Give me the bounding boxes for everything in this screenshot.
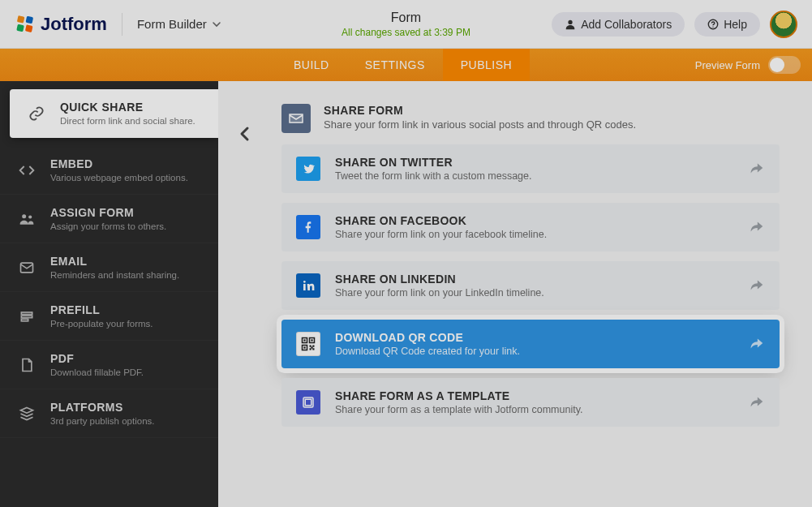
- svg-rect-3: [25, 24, 33, 32]
- facebook-icon: [296, 215, 320, 239]
- twitter-icon: [296, 157, 320, 181]
- linkedin-icon: [296, 273, 320, 298]
- share-arrow-icon: [747, 218, 765, 236]
- back-button[interactable]: [231, 120, 259, 148]
- svg-rect-26: [311, 346, 312, 348]
- form-builder-dropdown[interactable]: Form Builder: [137, 17, 221, 31]
- share-card-template[interactable]: SHARE FORM AS A TEMPLATEShare your form …: [281, 378, 780, 427]
- add-collaborators-button[interactable]: Add Collaborators: [552, 12, 685, 37]
- tab-build[interactable]: BUILD: [276, 49, 347, 81]
- people-icon: [18, 210, 36, 228]
- sidebar-item-subtitle: Download fillable PDF.: [50, 367, 204, 377]
- share-card-subtitle: Share your form link on your facebook ti…: [335, 229, 547, 240]
- sidebar-item-subtitle: Reminders and instant sharing.: [50, 270, 204, 280]
- form-title[interactable]: Form: [342, 11, 470, 25]
- svg-rect-11: [21, 316, 32, 318]
- svg-rect-13: [290, 114, 303, 123]
- svg-rect-19: [311, 339, 312, 341]
- sidebar-item-title: PDF: [50, 352, 204, 365]
- share-card-subtitle: Download QR Code created for your link.: [335, 346, 520, 357]
- sidebar-item-title: ASSIGN FORM: [50, 206, 204, 219]
- share-card-subtitle: Share your form as a template with Jotfo…: [335, 404, 582, 415]
- sidebar-item-title: QUICK SHARE: [60, 101, 204, 114]
- share-card-subtitle: Share your form link on your LinkedIn ti…: [335, 287, 544, 299]
- share-arrow-icon: [747, 160, 765, 178]
- sidebar-item-assign[interactable]: ASSIGN FORMAssign your forms to others.: [0, 195, 218, 243]
- mail-icon: [18, 259, 36, 277]
- brand-name: Jotform: [41, 14, 107, 35]
- sidebar-item-embed[interactable]: EMBEDVarious webpage embed options.: [0, 146, 218, 195]
- svg-rect-10: [21, 312, 32, 315]
- svg-rect-14: [303, 284, 306, 290]
- svg-rect-2: [16, 24, 24, 32]
- builder-tabbar: BUILD SETTINGS PUBLISH Preview Form: [0, 49, 812, 81]
- svg-rect-12: [21, 319, 28, 321]
- publish-sidebar: QUICK SHAREDirect form link and social s…: [0, 81, 218, 507]
- share-card-facebook[interactable]: SHARE ON FACEBOOKShare your form link on…: [281, 203, 780, 251]
- form-builder-label: Form Builder: [137, 17, 207, 31]
- share-form-subtitle: Share your form link in various social p…: [324, 118, 636, 131]
- app-header: Jotform Form Builder Form All changes sa…: [0, 0, 812, 49]
- user-avatar[interactable]: [770, 11, 797, 38]
- sidebar-item-platforms[interactable]: PLATFORMS3rd party publish options.: [0, 389, 218, 438]
- sidebar-item-subtitle: Direct form link and social share.: [60, 116, 204, 126]
- help-label: Help: [724, 18, 747, 31]
- sidebar-item-email[interactable]: EMAILReminders and instant sharing.: [0, 243, 218, 292]
- sidebar-item-title: EMAIL: [50, 255, 204, 268]
- code-icon: [18, 161, 36, 179]
- link-icon: [28, 105, 45, 122]
- tab-settings[interactable]: SETTINGS: [347, 49, 443, 81]
- share-card-qr[interactable]: DOWNLOAD QR CODEDownload QR Code created…: [281, 320, 780, 368]
- mail-icon: [281, 104, 311, 133]
- prefill-icon: [18, 307, 36, 325]
- sidebar-item-subtitle: 3rd party publish options.: [50, 416, 204, 426]
- svg-rect-17: [303, 339, 305, 341]
- share-card-subtitle: Tweet the form link with a custom messag…: [335, 170, 531, 182]
- share-card-linkedin[interactable]: SHARE ON LINKEDINShare your form link on…: [281, 261, 780, 310]
- sidebar-item-quick-share[interactable]: QUICK SHAREDirect form link and social s…: [10, 89, 218, 138]
- save-status: All changes saved at 3:39 PM: [342, 27, 470, 38]
- person-icon: [565, 19, 576, 30]
- help-button[interactable]: Help: [694, 12, 760, 37]
- svg-rect-28: [305, 399, 311, 406]
- sidebar-item-title: PREFILL: [50, 303, 204, 316]
- qr-icon: [296, 332, 320, 356]
- sidebar-item-pdf[interactable]: PDFDownload fillable PDF.: [0, 341, 218, 389]
- share-arrow-icon: [747, 277, 765, 294]
- template-icon: [296, 390, 320, 415]
- svg-point-8: [28, 215, 32, 218]
- sidebar-item-subtitle: Pre-populate your forms.: [50, 319, 204, 329]
- share-card-title: DOWNLOAD QR CODE: [335, 331, 520, 344]
- share-card-title: SHARE ON LINKEDIN: [335, 273, 544, 286]
- pdf-icon: [18, 356, 36, 374]
- brand-logo-mark: [15, 14, 36, 35]
- sidebar-item-title: EMBED: [50, 157, 204, 170]
- tab-publish[interactable]: PUBLISH: [443, 49, 530, 81]
- sidebar-item-subtitle: Various webpage embed options.: [50, 173, 204, 183]
- header-center: Form All changes saved at 3:39 PM: [342, 11, 470, 38]
- sidebar-item-title: PLATFORMS: [50, 401, 204, 414]
- svg-rect-0: [17, 15, 25, 24]
- preview-form-label: Preview Form: [695, 59, 760, 71]
- share-card-title: SHARE ON FACEBOOK: [335, 214, 547, 227]
- svg-point-4: [569, 19, 573, 24]
- brand-logo[interactable]: Jotform: [15, 14, 107, 35]
- stack-icon: [18, 405, 36, 423]
- chevron-down-icon: [212, 19, 221, 29]
- svg-rect-21: [303, 346, 305, 348]
- preview-form-toggle[interactable]: [768, 56, 801, 74]
- header-divider: [122, 13, 122, 36]
- share-arrow-icon: [747, 335, 765, 353]
- svg-point-6: [713, 26, 714, 27]
- svg-point-7: [22, 214, 26, 218]
- sidebar-item-prefill[interactable]: PREFILLPre-populate your forms.: [0, 292, 218, 341]
- share-arrow-icon: [747, 393, 765, 411]
- publish-main: SHARE FORM Share your form link in vario…: [218, 81, 812, 507]
- share-form-header: SHARE FORM Share your form link in vario…: [281, 104, 780, 133]
- add-collaborators-label: Add Collaborators: [581, 18, 672, 31]
- sidebar-item-subtitle: Assign your forms to others.: [50, 221, 204, 231]
- share-card-title: SHARE FORM AS A TEMPLATE: [335, 389, 582, 402]
- share-card-title: SHARE ON TWITTER: [335, 156, 531, 169]
- svg-point-15: [303, 281, 306, 283]
- share-card-twitter[interactable]: SHARE ON TWITTERTweet the form link with…: [281, 144, 780, 193]
